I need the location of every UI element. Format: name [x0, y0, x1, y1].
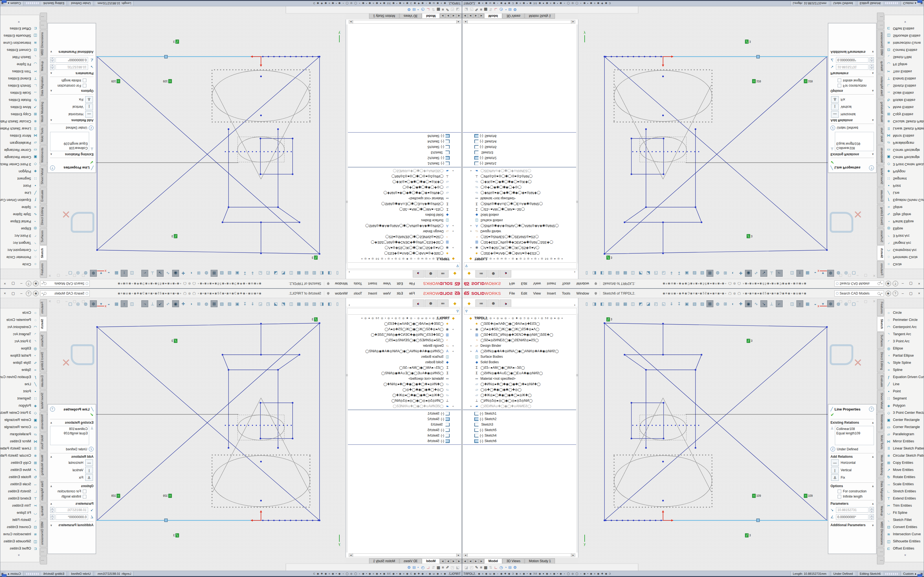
tree-splitter[interactable]: [463, 167, 578, 168]
motion-toolbar-icon[interactable]: ▦: [484, 8, 487, 12]
sketch-tool-item[interactable]: ◜ 3 Point Arc: [0, 338, 38, 345]
tab-scroll-button[interactable]: ▶: [473, 13, 478, 18]
command-manager-tab[interactable]: Mold Tools: [40, 125, 47, 145]
sketch-tool-item[interactable]: ○ Circle: [0, 261, 38, 268]
menu-item[interactable]: Window: [332, 280, 351, 287]
sketch-tool-item[interactable]: ╱ Line: [886, 189, 924, 197]
toolbar-icon[interactable]: ◉: [172, 300, 179, 307]
toolbar-icon[interactable]: ◫: [630, 300, 636, 307]
expander-icon[interactable]: ▸: [451, 224, 454, 227]
toolbar-icon[interactable]: ⇓: [249, 270, 256, 277]
command-manager-tab[interactable]: Mesh Modeling: [40, 452, 47, 478]
tree-row[interactable]: ▸ ▱ Design Binder: [346, 343, 461, 348]
toolbar-icon[interactable]: ⊞: [195, 300, 202, 307]
length-spinner[interactable]: ▴▾: [50, 507, 55, 513]
sketch-tree-row[interactable]: Sketch3: [463, 150, 578, 155]
collapse-icon[interactable]: ∧: [872, 72, 874, 75]
tree-row[interactable]: ★ ◯ƼƧΕ✚◎●ΛΑΦ◯◉◯ΦΑΛ●◎✚ΕƧƼ◯: [463, 251, 578, 256]
tree-row[interactable]: ≔ Material <not specified>: [463, 376, 578, 381]
option-checkbox[interactable]: Infinite length: [838, 79, 874, 82]
units-dropdown[interactable]: Custom▴: [5, 571, 23, 576]
tree-root-item[interactable]: ◆ TЯPDL2. ◎ ≡ ◎ ɯ ◎ ∘ ◎ ✚ ◎ Ɔ ◎ ≡ ◎ • ◎ …: [346, 256, 461, 261]
tree-row[interactable]: Σ ◯ƧƼ∩●ΑΜ◯◉◯ΜΑ●∩ƼƧ◯: [346, 365, 461, 371]
tree-row[interactable]: ★ ◯ƼƧΕ✚◎●ΛΑΦ◯◉◯ΦΑΛ●◎✚ΕƧƼ◯: [346, 251, 461, 256]
toolbar-icon[interactable]: ◧: [599, 270, 606, 277]
command-manager-tab[interactable]: Weldments: [877, 145, 884, 165]
toolbar-icon[interactable]: ▦: [296, 300, 302, 307]
menu-item[interactable]: Edit: [394, 280, 405, 287]
sketch-tool-item[interactable]: ◡ Fit Spline: [0, 61, 38, 68]
command-manager-tab[interactable]: Mesh Modeling: [40, 99, 47, 125]
sketch-tree-row[interactable]: (-) Sketch2: [463, 155, 578, 161]
search-input[interactable]: ⬡ Search CAD Models ▾: [834, 281, 884, 287]
sketch-tool-item[interactable]: ↗ Move Entities: [886, 103, 924, 111]
scroll-left-icon[interactable]: ◀: [464, 20, 467, 24]
tree-root-item[interactable]: ◆ TЯPDL2. ◎ ≡ ◎ ɯ ◎ ∘ ◎ ✚ ◎ Ɔ ◎ ≡ ◎ • ◎ …: [463, 256, 578, 261]
view-toolbar-icon[interactable]: ↕: [121, 300, 128, 307]
minimize-button[interactable]: –: [18, 281, 24, 286]
toolbar-icon[interactable]: ▦: [622, 300, 628, 307]
search-input[interactable]: ⬡ Search CAD Models ▾: [40, 290, 90, 297]
toolbar-icon[interactable]: ▦: [296, 270, 302, 277]
pin-menu-icon[interactable]: [326, 292, 330, 295]
sketch-tool-item[interactable]: ╱ Line: [0, 189, 38, 197]
sketch-tool-item[interactable]: ◠ Centerpoint Arc: [886, 247, 924, 254]
feature-manager-tab[interactable]: ◑: [413, 270, 424, 277]
tree-row[interactable]: ▸ ◉ ◯Λ●◎✚ƼƧ◯Ж◯◉◯Ж◯ƧƼ✚◎●Λ◯: [463, 326, 578, 332]
tab-scroll-button[interactable]: ◀: [468, 13, 473, 18]
command-manager-tab[interactable]: Evaluate: [40, 373, 47, 390]
user-account-icon[interactable]: ◉: [885, 291, 891, 296]
user-account-icon[interactable]: ◉: [33, 281, 39, 287]
option-checkbox[interactable]: Infinite length: [50, 79, 86, 82]
motion-toolbar-icon[interactable]: ◪: [456, 8, 460, 12]
taskbar-button[interactable]: [918, 574, 922, 577]
scroll-right-icon[interactable]: ▶: [571, 20, 575, 24]
tree-row[interactable]: ▥ ◯ƼƧ✚ΕƧƼ◯ИΝ◎◉✚ƆΕΝƆ✚◉◎ΝИ◯ƼƧΕ✚◯: [346, 240, 461, 245]
sketch-tool-item[interactable]: ◟ Sketch Fillet: [886, 53, 924, 61]
sketch-tool-item[interactable]: ◔ Partial Ellipse: [886, 218, 924, 225]
tree-row[interactable]: ▸ ◉ ◯Λ●◎✚ƼƧ◯Ж◯◉◯Ж◯ƧƼ✚◎●Λ◯: [346, 326, 461, 332]
command-manager-tab[interactable]: Surfaces: [877, 332, 884, 349]
sketch-tool-item[interactable]: ▱ Parallelogram: [886, 139, 924, 147]
sketch-tree-row[interactable]: (-) Sketch5: [346, 144, 461, 150]
tab-scroll-button[interactable]: ▶: [446, 559, 451, 564]
collapse-icon[interactable]: ∧: [50, 90, 52, 93]
toolbar-icon[interactable]: ↘: [157, 270, 164, 277]
sketch-tool-item[interactable]: ≋ Intersection Curve: [886, 530, 924, 538]
menu-item[interactable]: File: [407, 280, 418, 287]
sketch-tool-item[interactable]: ↔ Scale Entities: [886, 89, 924, 97]
angle-spinner[interactable]: ▴▾: [869, 57, 874, 63]
sketch-tool-item[interactable]: ○ Circle: [0, 309, 38, 316]
motion-toolbar-icon[interactable]: ◷: [499, 8, 503, 12]
option-checkbox[interactable]: Infinite length: [838, 495, 874, 498]
toolbar-icon[interactable]: ◪: [272, 300, 279, 307]
ok-button[interactable]: ✔: [830, 160, 874, 165]
sketch-tool-item[interactable]: ∟ Stretch Entities: [886, 488, 924, 495]
relation-item[interactable]: Collinear108: [52, 427, 88, 431]
toolbar-icon[interactable]: ▤: [303, 270, 310, 277]
menu-item[interactable]: File: [407, 290, 418, 297]
menu-item[interactable]: View: [380, 290, 394, 297]
scroll-right-icon[interactable]: ▶: [349, 20, 353, 24]
feature-manager-tab[interactable]: ≔: [475, 300, 487, 307]
feature-manager-tab[interactable]: ≔: [437, 300, 449, 307]
tree-row[interactable]: ▥ ◯ƼƧ✚ΕƧƼ◯ИΝ◎◉✚ƆΕΝƆ✚◉◎ΝИ◯ƼƧΕ✚◯: [463, 240, 578, 245]
toolbar-icon[interactable]: ◩: [637, 300, 644, 307]
sketch-tool-item[interactable]: ∟ Stretch Entities: [886, 82, 924, 89]
command-manager-tab[interactable]: Data Migration: [40, 74, 47, 99]
sketch-tool-item[interactable]: ↔ Scale Entities: [0, 480, 38, 488]
toolbar-icon[interactable]: ◧: [318, 270, 325, 277]
collapse-icon[interactable]: ∧: [872, 421, 874, 424]
command-manager-tab[interactable]: Sheet Metal: [40, 390, 47, 411]
tree-root-item[interactable]: ◆ TЯPDL2. ◎ ≡ ◎ ɯ ◎ ∘ ◎ ✚ ◎ Ɔ ◎ ≡ ◎ • ◎ …: [346, 316, 461, 321]
option-checkbox[interactable]: Infinite length: [50, 495, 86, 498]
sketch-tool-item[interactable]: ≋ Intersection Curve: [0, 530, 38, 538]
help-icon[interactable]: ?: [869, 407, 874, 412]
tree-row[interactable]: Σ ◯ƧИΝ◎◉✚Α∪Ε◯◉◯Ε∪Α✚◉◎ΝИƧ◯: [346, 201, 461, 206]
length-spinner[interactable]: ▴▾: [50, 64, 55, 70]
sketch-tool-item[interactable]: ◟ Sketch Fillet: [886, 516, 924, 524]
restore-button[interactable]: ▢: [907, 281, 914, 286]
sketch-tool-item[interactable]: ↗ Move Entities: [886, 466, 924, 474]
tab-scroll-button[interactable]: ▶: [479, 559, 484, 564]
command-manager-tab[interactable]: Weldments: [877, 412, 884, 432]
